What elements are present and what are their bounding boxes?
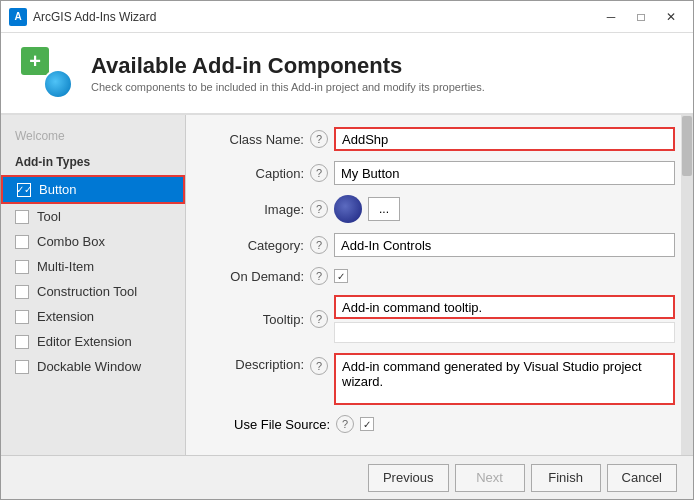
minimize-button[interactable]: ─	[597, 5, 625, 29]
class-name-label: Class Name:	[204, 132, 304, 147]
combo-box-checkbox[interactable]	[15, 235, 29, 249]
dockable-window-checkbox[interactable]	[15, 360, 29, 374]
image-controls: ...	[334, 195, 400, 223]
construction-tool-checkbox[interactable]	[15, 285, 29, 299]
app-icon: A	[9, 8, 27, 26]
header-icon: +	[21, 47, 73, 99]
description-help[interactable]: ?	[310, 357, 328, 375]
caption-row: Caption: ?	[204, 161, 675, 185]
sidebar-item-combo-box[interactable]: Combo Box	[1, 229, 185, 254]
titlebar-title: ArcGIS Add-Ins Wizard	[33, 10, 156, 24]
close-button[interactable]: ✕	[657, 5, 685, 29]
on-demand-checkbox[interactable]	[334, 269, 348, 283]
class-name-input[interactable]	[334, 127, 675, 151]
multi-item-checkbox[interactable]	[15, 260, 29, 274]
finish-button[interactable]: Finish	[531, 464, 601, 492]
image-preview	[334, 195, 362, 223]
sidebar-welcome: Welcome	[1, 125, 185, 151]
sidebar-item-extension-label: Extension	[37, 309, 94, 324]
main-form: Class Name: ? Caption: ? Image: ? ...	[186, 115, 693, 455]
cancel-button[interactable]: Cancel	[607, 464, 677, 492]
maximize-button[interactable]: □	[627, 5, 655, 29]
header-subtitle: Check components to be included in this …	[91, 81, 485, 93]
on-demand-row: On Demand: ?	[204, 267, 675, 285]
sidebar-item-editor-extension-label: Editor Extension	[37, 334, 132, 349]
image-row: Image: ? ...	[204, 195, 675, 223]
description-textarea[interactable]: Add-in command generated by Visual Studi…	[334, 353, 675, 405]
scrollbar-thumb	[682, 116, 692, 176]
tooltip-extra-input[interactable]	[334, 322, 675, 343]
image-help[interactable]: ?	[310, 200, 328, 218]
sidebar-item-construction-tool-label: Construction Tool	[37, 284, 137, 299]
on-demand-label: On Demand:	[204, 269, 304, 284]
titlebar: A ArcGIS Add-Ins Wizard ─ □ ✕	[1, 1, 693, 33]
category-label: Category:	[204, 238, 304, 253]
titlebar-controls: ─ □ ✕	[597, 5, 685, 29]
category-row: Category: ?	[204, 233, 675, 257]
header: + Available Add-in Components Check comp…	[1, 33, 693, 115]
sidebar-item-combo-box-label: Combo Box	[37, 234, 105, 249]
sidebar-section-title: Add-in Types	[1, 151, 185, 175]
footer: Previous Next Finish Cancel	[1, 455, 693, 499]
category-help[interactable]: ?	[310, 236, 328, 254]
caption-help[interactable]: ?	[310, 164, 328, 182]
sidebar-item-extension[interactable]: Extension	[1, 304, 185, 329]
category-input[interactable]	[334, 233, 675, 257]
use-file-source-help[interactable]: ?	[336, 415, 354, 433]
description-label: Description:	[204, 353, 304, 372]
image-label: Image:	[204, 202, 304, 217]
previous-button[interactable]: Previous	[368, 464, 449, 492]
class-name-help[interactable]: ?	[310, 130, 328, 148]
plus-icon: +	[21, 47, 49, 75]
scrollbar[interactable]	[681, 115, 693, 455]
use-file-source-checkbox[interactable]	[360, 417, 374, 431]
titlebar-left: A ArcGIS Add-Ins Wizard	[9, 8, 156, 26]
editor-extension-checkbox[interactable]	[15, 335, 29, 349]
sidebar-item-button-label: Button	[39, 182, 77, 197]
extension-checkbox[interactable]	[15, 310, 29, 324]
button-checkbox[interactable]: ✓	[17, 183, 31, 197]
sidebar-item-dockable-window-label: Dockable Window	[37, 359, 141, 374]
sidebar-item-tool-label: Tool	[37, 209, 61, 224]
tooltip-help[interactable]: ?	[310, 310, 328, 328]
sidebar-item-dockable-window[interactable]: Dockable Window	[1, 354, 185, 379]
caption-input[interactable]	[334, 161, 675, 185]
header-title: Available Add-in Components	[91, 53, 485, 79]
sidebar-item-multi-item[interactable]: Multi-Item	[1, 254, 185, 279]
tooltip-row: Tooltip: ?	[204, 295, 675, 343]
main-window: A ArcGIS Add-Ins Wizard ─ □ ✕ + Availabl…	[0, 0, 694, 500]
sidebar-item-multi-item-label: Multi-Item	[37, 259, 94, 274]
image-browse-button[interactable]: ...	[368, 197, 400, 221]
tooltip-input[interactable]	[334, 295, 675, 319]
header-text: Available Add-in Components Check compon…	[91, 53, 485, 93]
tooltip-label: Tooltip:	[204, 312, 304, 327]
sidebar-item-tool[interactable]: Tool	[1, 204, 185, 229]
use-file-source-row: Use File Source: ?	[204, 415, 675, 433]
sidebar-item-construction-tool[interactable]: Construction Tool	[1, 279, 185, 304]
tool-checkbox[interactable]	[15, 210, 29, 224]
sidebar: Welcome Add-in Types ✓ Button Tool Combo…	[1, 115, 186, 455]
on-demand-help[interactable]: ?	[310, 267, 328, 285]
sidebar-item-editor-extension[interactable]: Editor Extension	[1, 329, 185, 354]
sidebar-item-button[interactable]: ✓ Button	[1, 175, 185, 204]
use-file-source-label: Use File Source:	[234, 417, 330, 432]
description-row: Description: ? Add-in command generated …	[204, 353, 675, 405]
next-button[interactable]: Next	[455, 464, 525, 492]
content-area: Welcome Add-in Types ✓ Button Tool Combo…	[1, 115, 693, 455]
caption-label: Caption:	[204, 166, 304, 181]
globe-icon	[43, 69, 73, 99]
class-name-row: Class Name: ?	[204, 127, 675, 151]
